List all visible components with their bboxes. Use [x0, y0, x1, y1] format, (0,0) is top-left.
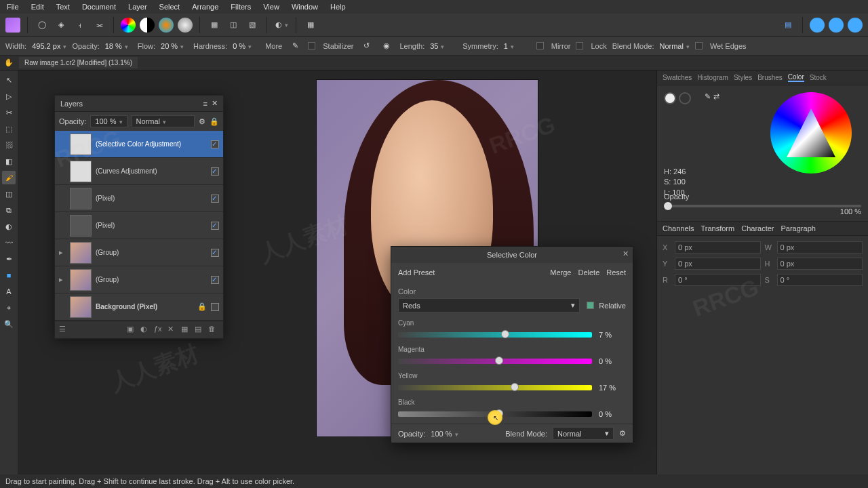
visibility-checkbox[interactable] [211, 222, 219, 230]
cyan-slider[interactable] [398, 332, 592, 338]
paint-brush-icon[interactable]: 🖌 [2, 171, 16, 184]
cube-icon[interactable]: ◈ [54, 18, 68, 33]
crop2-icon[interactable]: ◫ [226, 18, 241, 33]
opacity-field[interactable]: 18 % [105, 42, 132, 50]
picker-tool-icon[interactable]: ⌖ [2, 301, 16, 314]
color-select[interactable]: Reds▾ [398, 298, 580, 312]
fx-icon[interactable]: ƒx [154, 325, 165, 336]
tab-brushes[interactable]: Brushes [757, 74, 783, 81]
marquee-icon[interactable]: ▦ [207, 18, 222, 33]
layer-cog-icon[interactable]: ⚙ [199, 117, 205, 126]
tab-channels[interactable]: Channels [663, 224, 694, 232]
layer-lock-icon[interactable]: 🔒 [210, 117, 219, 126]
layer-row[interactable]: (Selective Color Adjustment) [55, 131, 223, 158]
menu-filters[interactable]: Filters [231, 3, 251, 11]
color-wheel-icon[interactable] [121, 18, 136, 33]
group-icon[interactable]: ▦ [181, 325, 192, 336]
magenta-value[interactable]: 0 % [599, 357, 626, 365]
window-icon[interactable]: ◉ [379, 39, 394, 54]
flood-tool-icon[interactable]: ⛆ [2, 138, 16, 152]
panel-close-icon[interactable]: ✕ [212, 99, 218, 108]
quickmask-icon[interactable]: ◐ [274, 18, 289, 33]
expand-icon[interactable]: ▸ [59, 275, 66, 284]
transform-w[interactable]: 0 px [777, 241, 863, 253]
rope-icon[interactable]: ↺ [359, 39, 374, 54]
layer-row[interactable]: Background (Pixel)🔒 [55, 293, 223, 321]
menu-file[interactable]: File [7, 3, 19, 11]
dialog-close-icon[interactable]: ✕ [623, 249, 629, 258]
dodge-tool-icon[interactable]: ◐ [2, 220, 16, 233]
mask-icon[interactable]: ▣ [127, 325, 138, 336]
sphere-icon[interactable] [178, 18, 193, 33]
clone-tool-icon[interactable]: ⧉ [2, 203, 16, 217]
transform-h[interactable]: 0 px [777, 258, 863, 270]
gear-icon[interactable]: ⚙ [619, 429, 626, 438]
layer-opacity-field[interactable]: 100 % [90, 115, 127, 127]
visibility-checkbox[interactable] [211, 249, 219, 257]
tab-styles[interactable]: Styles [734, 74, 752, 81]
shape-tool-icon[interactable]: ■ [2, 268, 16, 282]
adjustment-icon[interactable]: ◐ [140, 325, 151, 336]
visibility-checkbox[interactable] [211, 167, 219, 176]
palette-icon[interactable] [159, 18, 174, 33]
menu-arrange[interactable]: Arrange [192, 3, 218, 11]
yellow-value[interactable]: 17 % [599, 384, 626, 392]
wet-edges-checkbox[interactable] [695, 42, 703, 49]
layer-blend-field[interactable]: Normal [132, 115, 195, 127]
lock-checkbox[interactable] [576, 42, 583, 49]
add-layer-icon[interactable]: ▤ [195, 325, 205, 336]
transform-s[interactable]: 0 ° [777, 274, 863, 286]
tab-paragraph[interactable]: Paragraph [781, 224, 816, 232]
menu-window[interactable]: Window [292, 3, 318, 11]
grid-icon[interactable]: ▦ [303, 18, 318, 33]
merge-button[interactable]: Merge [550, 268, 571, 277]
eyedropper-icon[interactable]: ✎ [705, 92, 711, 104]
hardness-field[interactable]: 0 % [233, 42, 260, 50]
gradient-tool-icon[interactable]: ◧ [2, 155, 16, 168]
crop-tool-icon[interactable]: ✂ [2, 106, 16, 119]
add-preset-button[interactable]: Add Preset [398, 268, 435, 277]
move-tool-icon[interactable]: ↖ [2, 73, 16, 87]
tab-character[interactable]: Character [741, 224, 774, 232]
color-opacity-slider[interactable] [664, 205, 861, 207]
menubar[interactable]: File Edit Text Document Layer Select Arr… [0, 0, 868, 14]
circle1-icon[interactable]: ◯ [35, 18, 50, 33]
transform-x[interactable]: 0 px [675, 241, 761, 253]
dialog-opacity-field[interactable]: 100 % [431, 430, 458, 438]
menu-help[interactable]: Help [330, 3, 346, 11]
document-tab[interactable]: Raw image 1.cr2 [Modified] (13.1%) [19, 57, 138, 68]
persona3-icon[interactable] [848, 18, 863, 33]
tab-histogram[interactable]: Histogram [697, 74, 728, 81]
text-tool-icon[interactable]: A [2, 285, 16, 298]
crop-layer-icon[interactable]: ✕ [167, 325, 178, 336]
persona2-icon[interactable] [829, 18, 844, 33]
tab-color[interactable]: Color [788, 73, 804, 82]
node-tool-icon[interactable]: ▷ [2, 89, 16, 103]
swap-icon[interactable]: ⇄ [713, 92, 719, 104]
layer-row[interactable]: ▸(Group) [55, 239, 223, 266]
tab-stock[interactable]: Stock [810, 74, 827, 81]
layer-stack-icon[interactable]: ☰ [59, 325, 70, 336]
align-icon[interactable]: ▤ [781, 18, 795, 33]
menu-text[interactable]: Text [56, 3, 70, 11]
menu-document[interactable]: Document [82, 3, 116, 11]
smudge-tool-icon[interactable]: 〰 [2, 236, 16, 249]
visibility-checkbox[interactable] [211, 195, 219, 203]
blend-mode-field[interactable]: Normal [659, 42, 689, 50]
expand-icon[interactable]: ▸ [59, 248, 66, 257]
relative-checkbox[interactable] [587, 302, 594, 309]
menu-select[interactable]: Select [159, 3, 180, 11]
mirror-checkbox[interactable] [536, 42, 544, 49]
visibility-checkbox[interactable] [211, 303, 219, 311]
menu-view[interactable]: View [263, 3, 279, 11]
selection-brush-icon[interactable]: ⬚ [2, 122, 16, 136]
pen-tool-icon[interactable]: ✒ [2, 252, 16, 266]
persona1-icon[interactable] [810, 18, 825, 33]
flow-field[interactable]: 20 % [161, 42, 188, 50]
layer-row[interactable]: (Pixel) [55, 185, 223, 212]
delete-layer-icon[interactable]: 🗑 [208, 325, 219, 336]
dialog-blend-field[interactable]: Normal▾ [553, 427, 614, 440]
yellow-slider[interactable] [398, 385, 592, 390]
transform-r[interactable]: 0 ° [675, 274, 761, 286]
erase-tool-icon[interactable]: ◫ [2, 187, 16, 201]
